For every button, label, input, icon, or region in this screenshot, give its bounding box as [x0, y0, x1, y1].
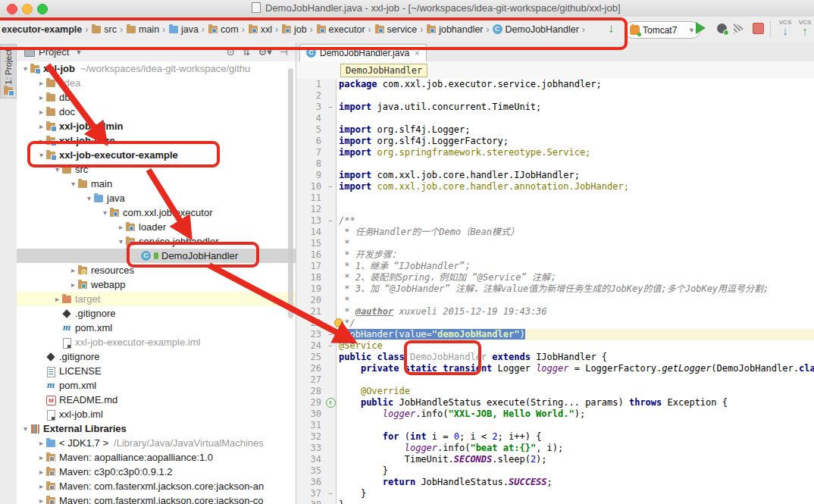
fold-marker-icon[interactable]: −: [324, 488, 337, 499]
tree-toggle-icon[interactable]: ▸: [37, 439, 45, 447]
breadcrumb-item-src[interactable]: src: [91, 24, 117, 35]
run-button[interactable]: [696, 22, 706, 34]
tree-toggle-icon[interactable]: ▾: [21, 64, 30, 73]
tree-item-java[interactable]: ▾java: [17, 191, 296, 205]
tree-toggle-icon[interactable]: ▸: [37, 468, 45, 476]
close-window-button[interactable]: [7, 4, 17, 14]
tree-item-maven-c3p0-c3p0-0-9-1-2[interactable]: ▸Maven: c3p0:c3p0:0.9.1.2: [17, 465, 296, 479]
code-editor[interactable]: 1package com.xxl.job.executor.service.jo…: [296, 79, 814, 504]
tree-item-main[interactable]: ▾main: [17, 177, 296, 191]
tree-scrollbar[interactable]: [288, 68, 293, 318]
tree-item--gitignore[interactable]: .gitignore: [17, 349, 296, 364]
tree-toggle-icon[interactable]: ▸: [37, 108, 45, 116]
chevron-down-icon[interactable]: ▼: [75, 49, 82, 56]
tree-toggle-icon[interactable]: ▸: [37, 453, 45, 462]
tree-item-label: pom.xml: [59, 380, 96, 391]
fold-marker-icon[interactable]: −: [324, 215, 337, 227]
editor-breadcrumb-chip[interactable]: DemoJobHandler: [340, 64, 427, 77]
close-icon[interactable]: ×: [415, 49, 419, 58]
tree-item--gitignore[interactable]: .gitignore: [17, 306, 296, 321]
coverage-button[interactable]: [734, 23, 745, 34]
tree-toggle-icon[interactable]: ▸: [53, 295, 61, 303]
breadcrumb-item-xxl[interactable]: xxl: [248, 24, 272, 35]
breadcrumb-item-demojobhandler[interactable]: CDemoJobHandler: [493, 24, 579, 35]
vcs-update-button[interactable]: VCS↓: [776, 20, 794, 36]
tree-item-src[interactable]: ▾src: [17, 162, 296, 177]
tree-toggle-icon[interactable]: ▾: [101, 208, 109, 217]
tree-item-xxl-job-core[interactable]: ▸xxl-job-core: [17, 133, 296, 148]
debug-button[interactable]: [717, 23, 727, 33]
tab-demojobhandler[interactable]: C DemoJobHandler.java ×: [299, 44, 427, 61]
tree-item--idea[interactable]: ▸.idea: [17, 76, 296, 90]
tree-toggle-icon[interactable]: ▸: [37, 79, 45, 87]
fold-marker-icon[interactable]: −: [324, 181, 337, 193]
tree-item-service-jobhandler[interactable]: ▾service.jobhandler: [17, 234, 296, 249]
settings-icon[interactable]: ⚙▾: [258, 46, 271, 58]
tree-item-pom-xml[interactable]: pom.xml: [17, 321, 296, 335]
tree-toggle-icon[interactable]: ▸: [37, 482, 45, 490]
tree-toggle-icon[interactable]: ▸: [69, 280, 77, 289]
tree-item-xxl-job-iml[interactable]: xxl-job.iml: [17, 407, 296, 421]
tree-item-xxl-job[interactable]: ▾xxl-job~/workspaces/idea-git-workspace/…: [17, 61, 296, 76]
tree-toggle-icon[interactable]: ▸: [69, 266, 77, 274]
collapse-all-icon[interactable]: ⇅: [243, 46, 251, 58]
line-number: 33: [296, 443, 324, 454]
tree-item-db[interactable]: ▸db: [17, 90, 296, 105]
tree-item-readme-md[interactable]: README.md: [17, 393, 296, 407]
navigate-down-icon[interactable]: ↓: [608, 21, 615, 36]
fold-marker-icon[interactable]: −: [324, 340, 337, 352]
breadcrumb-item-main[interactable]: main: [126, 24, 159, 35]
hide-panel-icon[interactable]: ⊣: [280, 46, 288, 58]
tree-toggle-icon[interactable]: ▾: [69, 180, 77, 188]
override-method-icon[interactable]: ↑: [326, 398, 336, 408]
tree-item-webapp[interactable]: ▸webapp: [17, 277, 296, 292]
tree-toggle-icon[interactable]: ▾: [117, 237, 125, 246]
breadcrumb-item-com[interactable]: com: [208, 24, 239, 35]
run-configuration-select[interactable]: Tomcat7 ▼: [625, 21, 700, 39]
tree-item-resources[interactable]: ▸resources: [17, 263, 296, 277]
locate-icon[interactable]: ⊙: [227, 46, 235, 58]
breadcrumb-item-jobhandler[interactable]: jobhandler: [426, 24, 483, 35]
breadcrumb-item-job[interactable]: job: [281, 24, 307, 35]
tree-item-xxl-job-executor-example[interactable]: ▾xxl-job-executor-example: [17, 148, 296, 162]
minimize-window-button[interactable]: [22, 4, 33, 14]
tree-toggle-icon[interactable]: ▾: [37, 151, 45, 159]
tree-item-license[interactable]: LICENSE: [17, 364, 296, 378]
intention-bulb-icon[interactable]: [334, 318, 343, 327]
breadcrumb-item-executor[interactable]: executor: [316, 24, 365, 35]
fold-marker-icon[interactable]: −: [324, 329, 337, 340]
zoom-window-button[interactable]: [37, 4, 48, 14]
stop-button[interactable]: [753, 23, 764, 34]
tree-toggle-icon[interactable]: ▾: [53, 165, 61, 174]
vcs-commit-button[interactable]: VCS↑: [796, 20, 814, 36]
tree-item--jdk1-7-[interactable]: ▸< JDK1.7 >/Library/Java/JavaVirtualMach…: [17, 436, 296, 450]
tree-toggle-icon[interactable]: ▾: [85, 194, 93, 202]
breadcrumb-item-java[interactable]: java: [168, 24, 199, 35]
tree-toggle-icon[interactable]: ▸: [117, 223, 125, 231]
tree-toggle-icon[interactable]: ▸: [37, 496, 45, 504]
breadcrumb-item-service[interactable]: service: [374, 24, 418, 35]
code-line-27: 27: [296, 374, 814, 386]
tree-item-maven-aopalliance-aopalliance-1-0[interactable]: ▸Maven: aopalliance:aopalliance:1.0: [17, 450, 296, 465]
line-number: 26: [296, 363, 324, 374]
project-tool-window-tab[interactable]: 1: Project: [0, 44, 17, 99]
tree-item-xxl-job-executor-example-iml[interactable]: xxl-job-executor-example.iml: [17, 335, 296, 349]
tree-item-label: target: [75, 293, 100, 305]
line-number: 31: [296, 420, 324, 431]
tree-item-maven-com-fasterxml-jackson-core-jackson-an[interactable]: ▸Maven: com.fasterxml.jackson.core:jacks…: [17, 479, 296, 493]
tree-toggle-icon[interactable]: ▸: [37, 93, 45, 102]
tree-item-maven-com-fasterxml-jackson-core-jackson-co[interactable]: ▸Maven: com.fasterxml.jackson.core:jacks…: [17, 493, 296, 504]
tree-toggle-icon[interactable]: ▾: [21, 424, 30, 433]
fold-marker-icon[interactable]: −: [324, 102, 337, 113]
tree-toggle-icon[interactable]: ▸: [37, 136, 45, 145]
tree-item-target[interactable]: ▸target: [17, 292, 296, 306]
tree-item-xxl-job-admin[interactable]: ▸xxl-job-admin: [17, 119, 296, 133]
tree-toggle-icon[interactable]: ▸: [37, 122, 45, 130]
breadcrumb-item-executor-example[interactable]: executor-example: [2, 24, 82, 35]
tree-item-loader[interactable]: ▸loader: [17, 220, 296, 234]
tree-item-com-xxl-job-executor[interactable]: ▾com.xxl.job.executor: [17, 205, 296, 220]
tree-item-doc[interactable]: ▸doc: [17, 105, 296, 119]
tree-item-pom-xml[interactable]: pom.xml: [17, 378, 296, 393]
tree-item-external-libraries[interactable]: ▾External Libraries: [17, 421, 296, 436]
tree-item-demojobhandler[interactable]: CDemoJobHandler: [17, 249, 296, 263]
